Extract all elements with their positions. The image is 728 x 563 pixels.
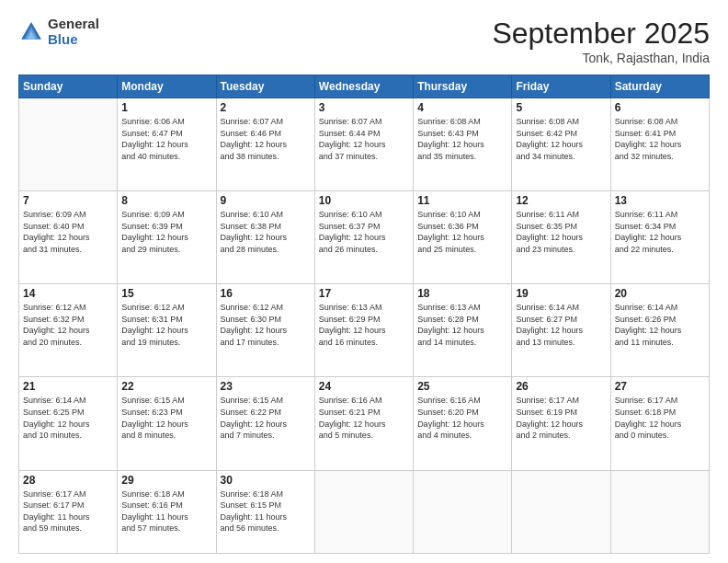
calendar-table: Sunday Monday Tuesday Wednesday Thursday… xyxy=(18,75,710,554)
day-number: 12 xyxy=(516,194,606,207)
table-row: 12Sunrise: 6:11 AM Sunset: 6:35 PM Dayli… xyxy=(512,191,610,284)
table-row xyxy=(512,470,610,554)
day-number: 17 xyxy=(319,287,409,300)
table-row xyxy=(414,470,512,554)
table-row: 6Sunrise: 6:08 AM Sunset: 6:41 PM Daylig… xyxy=(610,98,709,191)
day-info: Sunrise: 6:15 AM Sunset: 6:22 PM Dayligh… xyxy=(221,395,311,441)
table-row: 5Sunrise: 6:08 AM Sunset: 6:42 PM Daylig… xyxy=(512,98,610,191)
col-saturday: Saturday xyxy=(610,75,709,98)
logo-blue-text: Blue xyxy=(48,32,99,48)
day-info: Sunrise: 6:07 AM Sunset: 6:46 PM Dayligh… xyxy=(221,116,311,162)
day-info: Sunrise: 6:16 AM Sunset: 6:20 PM Dayligh… xyxy=(417,395,507,441)
table-row xyxy=(314,470,413,554)
day-info: Sunrise: 6:11 AM Sunset: 6:34 PM Dayligh… xyxy=(615,209,705,255)
table-row: 1Sunrise: 6:06 AM Sunset: 6:47 PM Daylig… xyxy=(118,98,216,191)
table-row: 3Sunrise: 6:07 AM Sunset: 6:44 PM Daylig… xyxy=(314,98,413,191)
day-info: Sunrise: 6:08 AM Sunset: 6:43 PM Dayligh… xyxy=(417,116,507,162)
table-row: 26Sunrise: 6:17 AM Sunset: 6:19 PM Dayli… xyxy=(512,377,610,470)
day-info: Sunrise: 6:17 AM Sunset: 6:18 PM Dayligh… xyxy=(615,395,705,441)
col-sunday: Sunday xyxy=(19,75,118,98)
table-row: 14Sunrise: 6:12 AM Sunset: 6:32 PM Dayli… xyxy=(19,284,118,377)
table-row: 19Sunrise: 6:14 AM Sunset: 6:27 PM Dayli… xyxy=(512,284,610,377)
day-number: 14 xyxy=(23,287,113,300)
day-info: Sunrise: 6:16 AM Sunset: 6:21 PM Dayligh… xyxy=(319,395,409,441)
col-monday: Monday xyxy=(118,75,216,98)
table-row: 13Sunrise: 6:11 AM Sunset: 6:34 PM Dayli… xyxy=(610,191,709,284)
table-row: 11Sunrise: 6:10 AM Sunset: 6:36 PM Dayli… xyxy=(414,191,512,284)
logo-general-text: General xyxy=(48,17,99,32)
day-number: 13 xyxy=(615,194,705,207)
day-number: 30 xyxy=(221,474,311,487)
table-row: 25Sunrise: 6:16 AM Sunset: 6:20 PM Dayli… xyxy=(414,377,512,470)
day-info: Sunrise: 6:10 AM Sunset: 6:38 PM Dayligh… xyxy=(221,209,311,255)
day-info: Sunrise: 6:14 AM Sunset: 6:25 PM Dayligh… xyxy=(23,395,113,441)
table-row: 4Sunrise: 6:08 AM Sunset: 6:43 PM Daylig… xyxy=(414,98,512,191)
day-number: 25 xyxy=(417,380,507,393)
day-number: 18 xyxy=(417,287,507,300)
day-info: Sunrise: 6:12 AM Sunset: 6:31 PM Dayligh… xyxy=(121,302,211,348)
table-row: 27Sunrise: 6:17 AM Sunset: 6:18 PM Dayli… xyxy=(610,377,709,470)
col-wednesday: Wednesday xyxy=(314,75,413,98)
day-number: 11 xyxy=(417,194,507,207)
day-number: 26 xyxy=(516,380,606,393)
day-number: 1 xyxy=(121,101,211,114)
day-info: Sunrise: 6:08 AM Sunset: 6:42 PM Dayligh… xyxy=(516,116,606,162)
table-row: 9Sunrise: 6:10 AM Sunset: 6:38 PM Daylig… xyxy=(216,191,314,284)
day-number: 5 xyxy=(516,101,606,114)
table-row: 29Sunrise: 6:18 AM Sunset: 6:16 PM Dayli… xyxy=(118,470,216,554)
day-info: Sunrise: 6:14 AM Sunset: 6:27 PM Dayligh… xyxy=(516,302,606,348)
table-row: 28Sunrise: 6:17 AM Sunset: 6:17 PM Dayli… xyxy=(19,470,118,554)
table-row: 8Sunrise: 6:09 AM Sunset: 6:39 PM Daylig… xyxy=(118,191,216,284)
day-number: 21 xyxy=(23,380,113,393)
day-info: Sunrise: 6:13 AM Sunset: 6:28 PM Dayligh… xyxy=(417,302,507,348)
day-info: Sunrise: 6:09 AM Sunset: 6:39 PM Dayligh… xyxy=(121,209,211,255)
title-block: September 2025 Tonk, Rajasthan, India xyxy=(492,17,710,65)
day-number: 4 xyxy=(417,101,507,114)
day-info: Sunrise: 6:10 AM Sunset: 6:36 PM Dayligh… xyxy=(417,209,507,255)
day-info: Sunrise: 6:12 AM Sunset: 6:30 PM Dayligh… xyxy=(221,302,311,348)
day-number: 20 xyxy=(615,287,705,300)
day-info: Sunrise: 6:18 AM Sunset: 6:16 PM Dayligh… xyxy=(121,488,211,534)
calendar-header-row: Sunday Monday Tuesday Wednesday Thursday… xyxy=(19,75,710,98)
day-number: 10 xyxy=(319,194,409,207)
day-info: Sunrise: 6:17 AM Sunset: 6:19 PM Dayligh… xyxy=(516,395,606,441)
day-info: Sunrise: 6:07 AM Sunset: 6:44 PM Dayligh… xyxy=(319,116,409,162)
location: Tonk, Rajasthan, India xyxy=(492,51,710,65)
header: General Blue September 2025 Tonk, Rajast… xyxy=(18,17,710,65)
day-number: 15 xyxy=(121,287,211,300)
day-number: 23 xyxy=(221,380,311,393)
col-friday: Friday xyxy=(512,75,610,98)
table-row: 20Sunrise: 6:14 AM Sunset: 6:26 PM Dayli… xyxy=(610,284,709,377)
table-row: 17Sunrise: 6:13 AM Sunset: 6:29 PM Dayli… xyxy=(314,284,413,377)
day-number: 3 xyxy=(319,101,409,114)
day-number: 27 xyxy=(615,380,705,393)
day-info: Sunrise: 6:17 AM Sunset: 6:17 PM Dayligh… xyxy=(23,488,113,534)
logo-text: General Blue xyxy=(48,17,99,47)
day-info: Sunrise: 6:10 AM Sunset: 6:37 PM Dayligh… xyxy=(319,209,409,255)
month-title: September 2025 xyxy=(492,17,710,51)
table-row: 18Sunrise: 6:13 AM Sunset: 6:28 PM Dayli… xyxy=(414,284,512,377)
day-number: 24 xyxy=(319,380,409,393)
table-row: 24Sunrise: 6:16 AM Sunset: 6:21 PM Dayli… xyxy=(314,377,413,470)
day-info: Sunrise: 6:08 AM Sunset: 6:41 PM Dayligh… xyxy=(615,116,705,162)
logo: General Blue xyxy=(18,17,99,47)
table-row: 10Sunrise: 6:10 AM Sunset: 6:37 PM Dayli… xyxy=(314,191,413,284)
day-info: Sunrise: 6:11 AM Sunset: 6:35 PM Dayligh… xyxy=(516,209,606,255)
day-info: Sunrise: 6:09 AM Sunset: 6:40 PM Dayligh… xyxy=(23,209,113,255)
day-info: Sunrise: 6:14 AM Sunset: 6:26 PM Dayligh… xyxy=(615,302,705,348)
day-info: Sunrise: 6:15 AM Sunset: 6:23 PM Dayligh… xyxy=(121,395,211,441)
day-number: 22 xyxy=(121,380,211,393)
day-number: 6 xyxy=(615,101,705,114)
table-row: 16Sunrise: 6:12 AM Sunset: 6:30 PM Dayli… xyxy=(216,284,314,377)
day-number: 16 xyxy=(221,287,311,300)
table-row: 23Sunrise: 6:15 AM Sunset: 6:22 PM Dayli… xyxy=(216,377,314,470)
table-row xyxy=(610,470,709,554)
logo-icon xyxy=(18,19,44,45)
day-info: Sunrise: 6:06 AM Sunset: 6:47 PM Dayligh… xyxy=(121,116,211,162)
col-thursday: Thursday xyxy=(414,75,512,98)
table-row xyxy=(19,98,118,191)
day-number: 8 xyxy=(121,194,211,207)
col-tuesday: Tuesday xyxy=(216,75,314,98)
table-row: 30Sunrise: 6:18 AM Sunset: 6:15 PM Dayli… xyxy=(216,470,314,554)
day-number: 7 xyxy=(23,194,113,207)
